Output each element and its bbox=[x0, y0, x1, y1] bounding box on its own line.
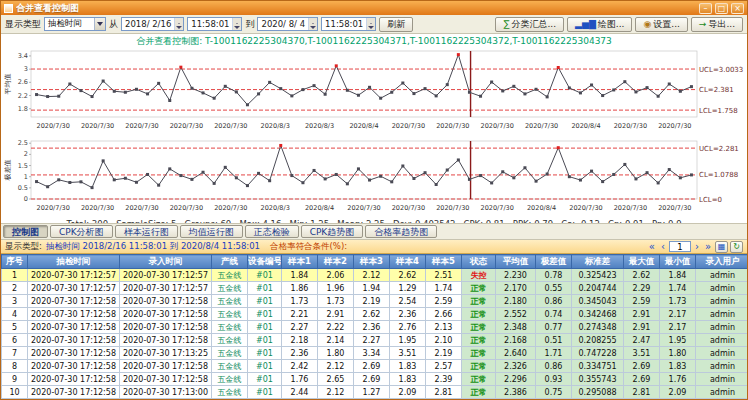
settings-button[interactable]: ◉设置... bbox=[635, 17, 687, 32]
svg-text:2020/7/30: 2020/7/30 bbox=[347, 204, 380, 212]
column-header: 平均值 bbox=[496, 255, 536, 269]
table-row[interactable]: 52020-07-30 17:12:582020-07-30 17:12:58五… bbox=[2, 321, 748, 334]
display-type-select[interactable]: 抽检时间 bbox=[44, 17, 106, 31]
svg-text:2020/8/4: 2020/8/4 bbox=[571, 122, 600, 130]
titlebar: 合并查看控制图 – □ × bbox=[1, 1, 747, 15]
column-header: 最小值 bbox=[660, 255, 696, 269]
table-row[interactable]: 92020-07-30 17:12:582020-07-30 17:12:58五… bbox=[2, 373, 748, 386]
subheader-display-type-label: 显示类型: bbox=[5, 241, 42, 253]
close-button[interactable]: × bbox=[731, 3, 744, 14]
column-header: 录入用户 bbox=[696, 255, 748, 269]
prev-page-icon[interactable]: ‹ bbox=[659, 242, 667, 252]
subheader-time-range: 抽检时间 2018/2/16 11:58:01 到 2020/8/4 11:58… bbox=[46, 241, 260, 253]
column-header: 样本5 bbox=[426, 255, 462, 269]
svg-text:2.2: 2.2 bbox=[18, 92, 28, 100]
chevron-down-icon[interactable] bbox=[94, 18, 105, 30]
from-time-input[interactable]: 11:58:01 bbox=[187, 17, 242, 31]
svg-text:2020/7/30: 2020/7/30 bbox=[658, 204, 691, 212]
table-row[interactable]: 42020-07-30 17:12:582020-07-30 17:12:58五… bbox=[2, 308, 748, 321]
app-icon bbox=[4, 4, 13, 13]
svg-text:2020/7/30: 2020/7/30 bbox=[170, 122, 203, 130]
to-time-input[interactable]: 11:58:01 bbox=[321, 17, 376, 31]
toolbar-right-group: ∑分类汇总...▂▅▇绘图...◉设置...→导出... bbox=[495, 17, 743, 32]
chart-title: 合并查看控制图: T-1001162225304370,T-1001162225… bbox=[1, 35, 747, 47]
tab-3[interactable]: 样本运行图 bbox=[115, 225, 178, 238]
table-row[interactable]: 72020-07-30 17:12:582020-07-30 17:13:25五… bbox=[2, 347, 748, 360]
grid-view-icon[interactable]: ▦ bbox=[715, 241, 728, 253]
from-date-input[interactable]: 2018/ 2/16 bbox=[121, 17, 184, 31]
svg-text:2020/7/30: 2020/7/30 bbox=[81, 204, 114, 212]
svg-text:CL=2.381: CL=2.381 bbox=[699, 86, 734, 94]
svg-text:极差值: 极差值 bbox=[4, 160, 12, 182]
svg-text:2020/7/30: 2020/7/30 bbox=[481, 122, 514, 130]
column-header: 最大值 bbox=[624, 255, 660, 269]
svg-text:UCL=2.281: UCL=2.281 bbox=[699, 145, 739, 153]
plot-button[interactable]: ▂▅▇绘图... bbox=[567, 17, 632, 32]
svg-text:CL=1.0788: CL=1.0788 bbox=[699, 171, 738, 179]
table-row[interactable]: 12020-07-30 17:12:572020-07-30 17:12:57五… bbox=[2, 269, 748, 282]
svg-text:2: 2 bbox=[24, 150, 28, 158]
to-label: 到 bbox=[245, 18, 254, 31]
samples-table: 序号抽检时间录入时间产线设备编号样本1样本2样本3样本4样本5状态平均值极差值标… bbox=[1, 254, 747, 399]
page-number-input[interactable] bbox=[669, 241, 691, 252]
summary-button[interactable]: ∑分类汇总... bbox=[495, 17, 564, 32]
last-page-icon[interactable]: » bbox=[703, 242, 713, 252]
column-header: 样本4 bbox=[390, 255, 426, 269]
svg-text:2020/7/30: 2020/7/30 bbox=[214, 122, 247, 130]
svg-text:2020/7/30: 2020/7/30 bbox=[569, 204, 602, 212]
svg-text:平均值: 平均值 bbox=[4, 74, 12, 95]
minimize-button[interactable]: – bbox=[699, 3, 712, 14]
first-page-icon[interactable]: « bbox=[647, 242, 657, 252]
svg-text:2020/7/30: 2020/7/30 bbox=[614, 204, 647, 212]
svg-text:2.6: 2.6 bbox=[18, 78, 28, 86]
export-button[interactable]: →导出... bbox=[691, 17, 743, 32]
spinner-buttons[interactable] bbox=[232, 18, 241, 30]
svg-text:1.8: 1.8 bbox=[18, 105, 28, 113]
spinner-buttons[interactable] bbox=[366, 18, 375, 30]
svg-text:2020/7/30: 2020/7/30 bbox=[658, 122, 691, 130]
svg-text:2020/8/3: 2020/8/3 bbox=[261, 204, 290, 212]
tab-2[interactable]: CPK分析图 bbox=[50, 225, 113, 238]
maximize-button[interactable]: □ bbox=[715, 3, 728, 14]
column-header: 产线 bbox=[212, 255, 248, 269]
tab-7[interactable]: 合格率趋势图 bbox=[365, 225, 437, 238]
column-header: 录入时间 bbox=[120, 255, 212, 269]
svg-text:LCL=0: LCL=0 bbox=[699, 196, 722, 204]
spinner-buttons[interactable] bbox=[308, 18, 317, 30]
svg-text:2.5: 2.5 bbox=[18, 139, 28, 147]
next-page-icon[interactable]: › bbox=[693, 242, 701, 252]
svg-text:0: 0 bbox=[24, 195, 28, 203]
table-row[interactable]: 62020-07-30 17:12:582020-07-30 17:12:58五… bbox=[2, 334, 748, 347]
toolbar: 显示类型 抽检时间 从 2018/ 2/16 11:58:01 到 2020/ … bbox=[1, 15, 747, 34]
xbar-control-chart: 3.432.62.21.8UCL=3.0033CL=2.381LCL=1.758… bbox=[1, 47, 747, 137]
chart-panel: 合并查看控制图: T-1001162225304370,T-1001162225… bbox=[1, 34, 747, 224]
svg-text:2020/8/4: 2020/8/4 bbox=[305, 204, 334, 212]
svg-text:2020/7/30: 2020/7/30 bbox=[436, 204, 469, 212]
svg-text:3.4: 3.4 bbox=[18, 52, 28, 60]
table-row[interactable]: 22020-07-30 17:12:572020-07-30 17:12:57五… bbox=[2, 282, 748, 295]
spinner-buttons[interactable] bbox=[174, 18, 183, 30]
tab-5[interactable]: 正态检验 bbox=[245, 225, 299, 238]
display-type-label: 显示类型 bbox=[5, 18, 41, 31]
table-row[interactable]: 32020-07-30 17:12:582020-07-30 17:12:58五… bbox=[2, 295, 748, 308]
refresh-list-icon[interactable]: ↻ bbox=[730, 241, 743, 253]
data-grid: 序号抽检时间录入时间产线设备编号样本1样本2样本3样本4样本5状态平均值极差值标… bbox=[1, 254, 747, 399]
column-header: 样本3 bbox=[354, 255, 390, 269]
export-icon: → bbox=[699, 20, 707, 29]
table-row[interactable]: 102020-07-30 17:12:582020-07-30 17:13:00… bbox=[2, 386, 748, 399]
tab-6[interactable]: CPK趋势图 bbox=[301, 225, 364, 238]
svg-text:UCL=3.0033: UCL=3.0033 bbox=[699, 66, 743, 74]
svg-text:1.5: 1.5 bbox=[18, 162, 28, 170]
tab-1[interactable]: 控制图 bbox=[3, 225, 48, 238]
column-header: 状态 bbox=[462, 255, 496, 269]
svg-text:0.5: 0.5 bbox=[18, 184, 28, 192]
tab-4[interactable]: 均值运行图 bbox=[180, 225, 243, 238]
settings-icon: ◉ bbox=[643, 20, 651, 29]
window-title: 合并查看控制图 bbox=[16, 2, 696, 15]
table-row[interactable]: 82020-07-30 17:12:582020-07-30 17:12:58五… bbox=[2, 360, 748, 373]
svg-text:2020/7/30: 2020/7/30 bbox=[392, 204, 425, 212]
refresh-button[interactable]: 刷新 bbox=[379, 17, 413, 32]
svg-text:2020/7/30: 2020/7/30 bbox=[392, 122, 425, 130]
svg-text:2020/7/30: 2020/7/30 bbox=[37, 204, 70, 212]
to-date-input[interactable]: 2020/ 8/ 4 bbox=[257, 17, 318, 31]
